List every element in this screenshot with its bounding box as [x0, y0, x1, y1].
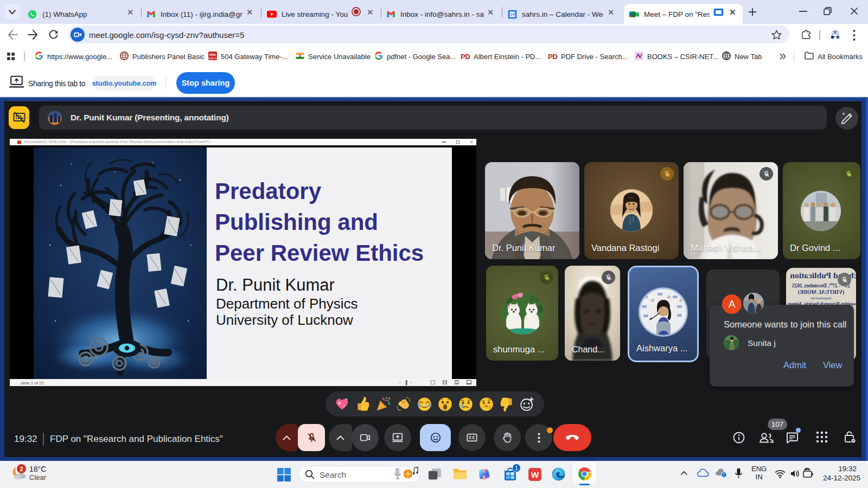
svg-text:24: 24: [510, 12, 515, 17]
svg-text:BSS: BSS: [209, 53, 216, 56]
svg-text:HEALTH: HEALTH: [208, 56, 217, 59]
